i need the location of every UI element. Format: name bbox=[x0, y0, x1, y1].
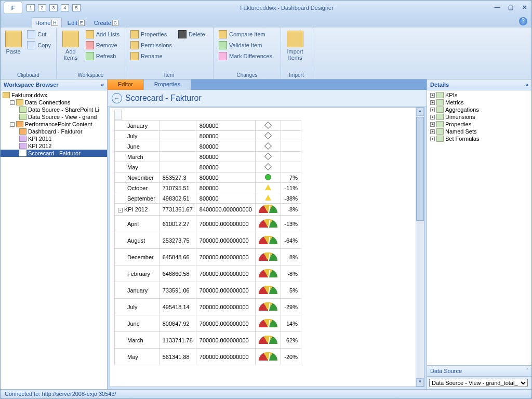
collapse-left-icon[interactable]: « bbox=[101, 82, 104, 88]
row-pct: 62% bbox=[281, 332, 301, 349]
plus-icon[interactable]: + bbox=[430, 108, 435, 112]
compare-item-button[interactable]: Compare Item bbox=[217, 30, 274, 39]
row-target: 700000.000000000 bbox=[196, 315, 255, 332]
vertical-scrollbar[interactable]: ▲ ▼ bbox=[416, 108, 424, 387]
table-row[interactable]: March1133741.78700000.00000000062% bbox=[115, 332, 301, 349]
details-node[interactable]: +Aggregations bbox=[427, 106, 531, 113]
plus-icon[interactable]: + bbox=[430, 115, 435, 119]
properties-button[interactable]: Properties bbox=[128, 30, 174, 39]
table-row[interactable]: March800000 bbox=[115, 152, 301, 162]
plus-icon[interactable]: + bbox=[430, 129, 435, 134]
row-value: 1133741.78 bbox=[159, 332, 196, 349]
workspace-tree[interactable]: Fakturor.ddwx -Data Connections Data Sou… bbox=[1, 90, 107, 389]
table-row[interactable]: July800000 bbox=[115, 131, 301, 141]
status-bar: Connected to: http://server2008-exjo:305… bbox=[1, 389, 531, 399]
details-node[interactable]: +Dimensions bbox=[427, 113, 531, 121]
row-pct: -8% bbox=[281, 249, 301, 265]
tree-dashboard-fakturor[interactable]: Dashboard - Fakturor bbox=[1, 128, 107, 135]
expand-right-icon[interactable]: » bbox=[525, 82, 528, 88]
remove-button[interactable]: Remove bbox=[84, 41, 122, 50]
permissions-button[interactable]: Permissions bbox=[128, 41, 174, 50]
import-icon bbox=[287, 31, 303, 47]
row-name: February bbox=[115, 265, 159, 282]
add-items-button[interactable]: Add Items bbox=[60, 30, 82, 62]
details-node[interactable]: +Set Formulas bbox=[427, 135, 531, 142]
delete-button[interactable]: Delete bbox=[176, 30, 207, 39]
tree-root[interactable]: Fakturor.ddwx bbox=[1, 91, 107, 99]
scorecard-table[interactable]: January800000July800000June800000March80… bbox=[114, 120, 301, 365]
tab-edit[interactable]: EditE bbox=[64, 17, 88, 28]
qat-2[interactable]: 2 bbox=[38, 4, 46, 11]
scroll-down-icon[interactable]: ▼ bbox=[416, 378, 424, 387]
scroll-thumb[interactable] bbox=[416, 117, 424, 221]
diamond-indicator-icon bbox=[264, 121, 272, 128]
minus-icon[interactable]: - bbox=[10, 122, 15, 127]
tree-ds-view-grand[interactable]: Data Source - View - grand bbox=[1, 113, 107, 121]
plus-icon[interactable]: + bbox=[430, 122, 435, 127]
table-row-kpi2012[interactable]: -KPI 20127731361.678400000.000000000-8% bbox=[115, 204, 301, 216]
qat-4[interactable]: 4 bbox=[61, 4, 69, 11]
table-row[interactable]: August253273.75700000.000000000-64% bbox=[115, 232, 301, 249]
details-node[interactable]: +Properties bbox=[427, 121, 531, 128]
tree-pp-content[interactable]: -PerformancePoint Content bbox=[1, 121, 107, 128]
validate-item-button[interactable]: Validate Item bbox=[217, 41, 274, 50]
table-row[interactable]: November853527.38000007% bbox=[115, 172, 301, 183]
table-row[interactable]: December645848.66700000.000000000-8% bbox=[115, 249, 301, 265]
tree-data-connections[interactable]: -Data Connections bbox=[1, 99, 107, 106]
add-lists-button[interactable]: Add Lists bbox=[84, 30, 122, 39]
row-pct: -64% bbox=[281, 232, 301, 249]
details-node[interactable]: +KPIs bbox=[427, 91, 531, 99]
qat-3[interactable]: 3 bbox=[49, 4, 58, 11]
refresh-button[interactable]: Refresh bbox=[84, 51, 122, 61]
table-row[interactable]: May800000 bbox=[115, 162, 301, 172]
mark-differences-button[interactable]: Mark Differences bbox=[217, 51, 274, 61]
import-items-button[interactable]: Import Items bbox=[284, 30, 306, 62]
minus-icon[interactable]: - bbox=[118, 208, 123, 212]
tab-home[interactable]: HomeH bbox=[32, 17, 62, 28]
plus-icon[interactable]: + bbox=[430, 93, 435, 98]
tree-kpi-2011[interactable]: KPI 2011 bbox=[1, 135, 107, 142]
qat-1[interactable]: 1 bbox=[26, 4, 35, 11]
close-button[interactable]: ✕ bbox=[520, 4, 528, 11]
cut-button[interactable]: Cut bbox=[25, 30, 53, 39]
tree-kpi-2012[interactable]: KPI 2012 bbox=[1, 142, 107, 150]
rename-button[interactable]: Rename bbox=[128, 51, 174, 61]
table-row[interactable]: April610012.27700000.000000000-13% bbox=[115, 216, 301, 232]
app-menu-button[interactable]: F bbox=[4, 2, 22, 14]
maximize-button[interactable]: ▢ bbox=[507, 4, 515, 11]
data-source-select[interactable]: Data Source - View - grand_total_ bbox=[429, 379, 528, 387]
row-value bbox=[159, 121, 196, 131]
tab-create[interactable]: CreateC bbox=[90, 17, 123, 28]
tree-scorecard-fakturor[interactable]: Scorecard - Fakturor bbox=[1, 150, 107, 157]
minus-icon[interactable]: - bbox=[10, 100, 15, 105]
table-row[interactable]: May561341.88700000.000000000-20% bbox=[115, 349, 301, 365]
tab-editor[interactable]: Editor bbox=[108, 79, 144, 90]
table-row[interactable]: June800647.92700000.00000000014% bbox=[115, 315, 301, 332]
collapse-ds-icon[interactable]: ˆ bbox=[526, 368, 528, 374]
scroll-up-icon[interactable]: ▲ bbox=[416, 108, 424, 116]
table-row[interactable]: September498302.51800000-38% bbox=[115, 193, 301, 204]
row-target: 800000 bbox=[196, 121, 255, 131]
details-tree[interactable]: +KPIs+Metrics+Aggregations+Dimensions+Pr… bbox=[427, 90, 531, 365]
plus-icon[interactable]: + bbox=[430, 137, 435, 141]
details-node[interactable]: +Metrics bbox=[427, 99, 531, 106]
minimize-button[interactable]: — bbox=[493, 4, 501, 11]
help-button[interactable]: ? bbox=[519, 17, 527, 25]
green-circle-indicator-icon bbox=[265, 174, 271, 180]
table-row[interactable]: January800000 bbox=[115, 121, 301, 131]
table-row[interactable]: February646860.58700000.000000000-8% bbox=[115, 265, 301, 282]
details-node[interactable]: +Named Sets bbox=[427, 128, 531, 135]
copy-button[interactable]: Copy bbox=[25, 41, 53, 50]
tree-ds-sharepoint[interactable]: Data Source - SharePoint Li bbox=[1, 106, 107, 113]
paste-button[interactable]: Paste bbox=[4, 30, 23, 56]
qat-5[interactable]: 5 bbox=[72, 4, 81, 11]
table-row[interactable]: June800000 bbox=[115, 141, 301, 152]
back-button[interactable]: ← bbox=[112, 93, 122, 103]
row-pct: -8% bbox=[281, 265, 301, 282]
table-row[interactable]: July495418.14700000.000000000-29% bbox=[115, 299, 301, 315]
row-indicator bbox=[256, 193, 281, 204]
plus-icon[interactable]: + bbox=[430, 100, 435, 105]
tab-properties-center[interactable]: Properties bbox=[144, 79, 191, 90]
table-row[interactable]: January733591.06700000.0000000005% bbox=[115, 282, 301, 299]
table-row[interactable]: October710795.51800000-11% bbox=[115, 183, 301, 193]
